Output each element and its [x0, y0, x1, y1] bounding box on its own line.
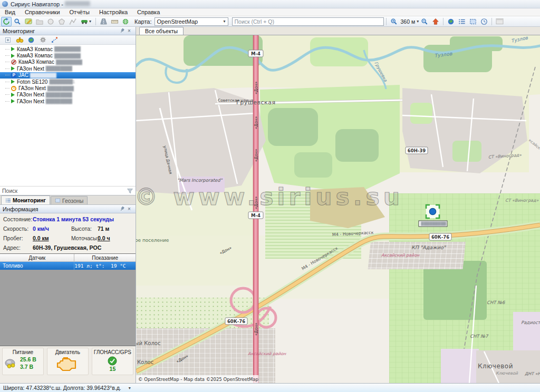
- power-voltage-backup: 3.7 В: [20, 364, 36, 370]
- tab-monitoring[interactable]: Мониторинг: [1, 195, 50, 204]
- hours-value[interactable]: 0.0 ч: [98, 235, 110, 241]
- svg-text:60К-76: 60К-76: [431, 234, 449, 240]
- svg-text:Ключевой: Ключевой: [478, 362, 513, 370]
- shield-60k76: 60К-76: [225, 318, 247, 325]
- refresh-track-button[interactable]: [1, 17, 12, 26]
- vehicle-row[interactable]: КамАЗ Компас█████████: [0, 52, 136, 58]
- svg-text:КП "Адажио": КП "Адажио": [411, 244, 447, 250]
- vehicle-menu-button[interactable]: ▾: [79, 17, 93, 26]
- title-bar: Сириус Навигатор - ██████████: [0, 0, 540, 8]
- coordinates-format-caret[interactable]: ▾: [129, 386, 131, 390]
- status-moving-icon: [11, 99, 15, 103]
- map-tab-all-objects[interactable]: Все объекты: [139, 27, 184, 35]
- measure-button[interactable]: [109, 17, 120, 26]
- map-provider-select[interactable]: OpenStreetMap ▾: [155, 17, 228, 26]
- zoom-in-button[interactable]: [389, 17, 399, 26]
- settings-button[interactable]: [38, 36, 47, 44]
- track-route-button[interactable]: [50, 36, 59, 44]
- map-objects-button[interactable]: [446, 17, 456, 26]
- show-all-on-map-button[interactable]: [26, 36, 36, 44]
- address-label: Адрес:: [3, 244, 21, 251]
- app-icon: [2, 1, 8, 7]
- vehicle-row[interactable]: КамАЗ Компас█████████: [0, 46, 136, 52]
- object-list-button[interactable]: [457, 17, 467, 26]
- zoom-out-button[interactable]: [419, 17, 430, 26]
- redacted-plate: █████████: [47, 86, 74, 91]
- power-plug-icon: [4, 357, 18, 369]
- close-panel-button[interactable]: ×: [126, 27, 133, 34]
- traffic-button[interactable]: [120, 17, 131, 26]
- sensor-row-selected[interactable]: Топливо 191 л; t°: 19 °C: [0, 262, 136, 270]
- svg-text:«Дон»: «Дон»: [254, 322, 258, 336]
- shield-60n39: 60Н-39: [406, 147, 428, 154]
- shield-60k76: 60К-76: [429, 233, 451, 240]
- toolbar-separator: [491, 18, 492, 25]
- zoom-tool-button[interactable]: [12, 17, 23, 26]
- main-toolbar: ▾ Карта: OpenStreetMap ▾ 360 м ▾: [0, 16, 540, 27]
- binoculars-icon: [16, 36, 24, 43]
- vehicle-row[interactable]: ГАЗон Next█████████: [0, 92, 136, 98]
- tab-geozones[interactable]: Геозоны: [51, 196, 88, 204]
- altitude-value: 71 м: [98, 226, 109, 232]
- map-edit-icon: [25, 17, 33, 25]
- menu-vid[interactable]: Вид: [0, 9, 20, 15]
- menu-bar: Вид Справочники Отчёты Настройка Справка: [0, 8, 540, 16]
- draw-polyline-button[interactable]: [68, 17, 78, 26]
- edit-map-button[interactable]: [23, 17, 34, 26]
- route-icon: [51, 36, 58, 43]
- gps-gauge: ГЛОНАСС/GPS 15: [92, 348, 133, 375]
- svg-text:СТ «Виноград»: СТ «Виноград»: [505, 198, 538, 203]
- draw-polygon-button[interactable]: [56, 17, 67, 26]
- vehicle-row[interactable]: Foton SE120████████1: [0, 79, 136, 85]
- hours-label: Моточасы:: [71, 235, 99, 241]
- car-icon: [81, 18, 89, 25]
- menu-spravochniki[interactable]: Справочники: [20, 9, 65, 15]
- svg-text:«Дон»: «Дон»: [254, 81, 258, 94]
- zoom-out-icon: [421, 18, 428, 25]
- menu-spravka[interactable]: Справка: [132, 9, 165, 15]
- filter-funnel-icon[interactable]: [127, 188, 133, 194]
- vehicle-row[interactable]: ГАЗон Next█████████: [0, 98, 136, 104]
- expand-tree-button[interactable]: [3, 36, 13, 44]
- mileage-value[interactable]: 0.0 км: [33, 235, 49, 241]
- gear-icon: [40, 36, 46, 43]
- svg-text:М-4: М-4: [251, 51, 261, 56]
- vehicle-row-selected[interactable]: JAC█████████: [0, 72, 136, 79]
- map-canvas[interactable]: Грушевская Советская улица улица Дачная …: [136, 35, 540, 383]
- svg-text:Красный Колос: Красный Колос: [136, 340, 160, 346]
- close-panel-button[interactable]: ×: [126, 205, 133, 212]
- grass-area: [410, 103, 432, 124]
- draw-circle-button[interactable]: [45, 17, 56, 26]
- road-icon: [100, 18, 108, 25]
- add-object-button[interactable]: [34, 17, 45, 26]
- caret-down-icon: ▾: [89, 19, 91, 24]
- home-position-button[interactable]: [430, 17, 441, 26]
- select-area-button[interactable]: [468, 17, 478, 26]
- gps-satellite-count: 15: [110, 366, 116, 372]
- svg-text:СНТ №7: СНТ №7: [470, 334, 489, 339]
- sensor-table: Датчик Показание Топливо 191 л; t°: 19 °…: [0, 253, 136, 346]
- zoom-scale-caret[interactable]: ▾: [417, 19, 419, 24]
- vehicle-row[interactable]: ГАЗон Next█████████: [0, 85, 136, 91]
- pin-icon: [119, 206, 125, 212]
- tree-search-input[interactable]: [2, 188, 127, 194]
- map-svg: Грушевская Советская улица улица Дачная …: [136, 35, 540, 383]
- marker-label-redacted: █████████: [420, 221, 447, 226]
- info-fields: Состояние: Стоянка 1 минута 53 секунды С…: [0, 213, 136, 253]
- history-button[interactable]: [479, 17, 489, 26]
- panel-toggle-button[interactable]: [494, 17, 505, 26]
- vehicle-row[interactable]: ГАЗон Next█████████: [0, 65, 136, 72]
- find-vehicle-button[interactable]: [15, 36, 24, 44]
- pin-panel-button[interactable]: [118, 27, 126, 34]
- status-moving-icon: [11, 80, 15, 84]
- pin-panel-button[interactable]: [118, 205, 126, 212]
- monitoring-panel-title: Мониторинг: [3, 28, 118, 34]
- svg-text:ДНТ «Н: ДНТ «Н: [525, 371, 540, 376]
- show-track-button[interactable]: [98, 17, 109, 26]
- vehicle-row[interactable]: КамАЗ Компас█████████: [0, 59, 136, 65]
- svg-text:Радиостан: Радиостан: [521, 320, 540, 325]
- menu-nastroyka[interactable]: Настройка: [94, 9, 132, 15]
- global-search-input[interactable]: [232, 17, 384, 26]
- residential-area: [513, 312, 540, 354]
- menu-otchety[interactable]: Отчёты: [65, 9, 94, 15]
